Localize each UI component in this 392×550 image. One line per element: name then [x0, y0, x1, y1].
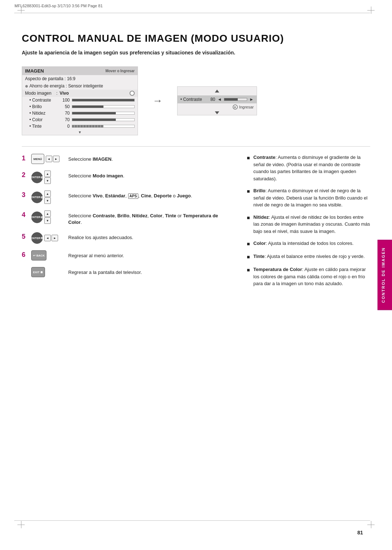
note-bullet-icon: ■	[247, 266, 251, 274]
step-button-group: ENTER⊕◄►	[31, 232, 64, 244]
note-text: Color: Ajusta la intensidad de todos los…	[253, 240, 354, 247]
menu-bar-fill	[72, 112, 116, 114]
nav-cluster: ◄►	[44, 235, 58, 241]
step-row: 4ENTER⊕▲▼Seleccione Contraste, Brillo, N…	[22, 210, 232, 226]
menu-title: IMAGEN	[25, 68, 44, 74]
step-row: 2ENTER⊕▲▼Seleccione Modo imagen.	[22, 171, 232, 184]
step-button-group: ENTER⊕▲▼	[31, 190, 64, 204]
step-button-group: ENTER⊕▲▼	[31, 171, 64, 184]
detail-box-bottom: ⊕ Ingresar	[177, 103, 257, 111]
nav-cluster: ◄►	[46, 156, 60, 162]
menu-aspect-row: Aspecto de pantalla : 16:9	[22, 75, 138, 82]
nav-right-btn[interactable]: ►	[52, 235, 58, 241]
enter-button[interactable]: ENTER⊕	[31, 232, 43, 244]
nav-down-btn[interactable]: ▼	[44, 177, 51, 184]
step-row: 6↩ BACKRegresar al menú anterior.	[22, 250, 232, 260]
detail-item-name: • Contraste	[180, 97, 206, 102]
step-number: 2	[22, 171, 27, 179]
menu-energy-row: ⊕ Ahorro de energía : Sensor inteligente	[22, 82, 138, 90]
menu-item-row: • Nitidez70	[22, 110, 138, 116]
nav-cluster: ▲▼	[44, 171, 51, 184]
note-item: ■Nitidez: Ajusta el nivel de nitidez de …	[247, 214, 370, 235]
detail-bar-fill	[224, 98, 238, 100]
step-row: EXIT ⏹Regresar a la pantalla del televis…	[22, 267, 232, 277]
nav-down-btn[interactable]: ▼	[44, 197, 51, 204]
detail-box-down	[177, 111, 257, 115]
detail-menu-box: • Contraste 80 ◄ ► ⊕ Ingresar	[177, 86, 257, 115]
menu-header: IMAGEN Mover o Ingresar	[22, 67, 138, 75]
step-number: 1	[22, 155, 27, 162]
note-text: Brillo: Aumenta o disminuye el nivel de …	[253, 187, 370, 209]
energy-icon: ⊕	[25, 84, 28, 88]
step-row: 1MENÚ◄►Seleccione IMAGEN.	[22, 154, 232, 164]
note-text: Temperatura de Color: Ajuste en cálido p…	[253, 266, 370, 287]
menu-item-name: • Color	[29, 117, 58, 122]
menu-nav-hint: Mover o Ingresar	[105, 69, 135, 73]
nav-cluster: ▲▼	[44, 210, 51, 224]
nav-up-btn[interactable]: ▲	[44, 171, 51, 177]
step-row: 3ENTER⊕▲▼Seleccione Vivo, Estándar, APS,…	[22, 190, 232, 204]
step-number: 6	[22, 251, 27, 259]
menu-item-value: 100	[61, 98, 70, 103]
menu-down-arrow: ▼	[22, 130, 138, 135]
nav-up-btn[interactable]: ▲	[44, 210, 51, 217]
nav-up-btn[interactable]: ▲	[44, 190, 51, 197]
step-button-group: ↩ BACK	[31, 250, 64, 260]
step-text: Seleccione Modo imagen.	[68, 171, 232, 179]
note-bullet-icon: ■	[247, 188, 251, 195]
menu-bar-container	[72, 118, 135, 121]
menu-item-row: • Color70	[22, 116, 138, 123]
menu-item-name: • Brillo	[29, 104, 58, 109]
page-title: CONTROL MANUAL DE IMAGEN (MODO USUARIO)	[22, 33, 370, 44]
bottom-divider	[15, 520, 370, 521]
step-text: Seleccione IMAGEN.	[68, 154, 232, 163]
enter-button[interactable]: ENTER⊕	[31, 192, 43, 203]
detail-left-arrow-icon: ◄	[217, 97, 222, 102]
nav-left-btn[interactable]: ◄	[44, 235, 51, 241]
note-item: ■Color: Ajusta la intensidad de todos lo…	[247, 240, 370, 248]
step-number: 4	[22, 211, 27, 219]
detail-ingresar-label: Ingresar	[239, 105, 254, 109]
enter-button[interactable]: ENTER⊕	[31, 212, 43, 223]
menu-bar-fill	[72, 106, 103, 108]
meta-line: MFL62883001-Edit3-sp 3/17/10 3:56 PM Pag…	[15, 4, 103, 8]
back-button[interactable]: ↩ BACK	[31, 250, 46, 260]
menu-item-value: 70	[61, 111, 70, 116]
mode-colon: :	[54, 91, 60, 96]
menu-item-row: • Tinte0	[22, 123, 138, 130]
menu-screenshot-section: IMAGEN Mover o Ingresar Aspecto de panta…	[22, 66, 370, 135]
step-text: Seleccione Contraste, Brillo, Nitidez, C…	[68, 210, 232, 226]
menu-item-value: 50	[61, 104, 70, 109]
menu-bar-container	[72, 105, 135, 108]
menu-bar-fill	[72, 99, 134, 101]
nav-left-btn[interactable]: ◄	[46, 156, 52, 162]
step-text: Realice los ajustes adecuados.	[68, 232, 232, 241]
menu-mode-row: Modo imagen : Vivo	[22, 90, 138, 97]
note-bullet-icon: ■	[247, 240, 251, 248]
detail-row: • Contraste 80 ◄ ►	[177, 95, 257, 103]
nav-down-btn[interactable]: ▼	[44, 217, 51, 224]
enter-button[interactable]: ENTER⊕	[31, 172, 43, 183]
exit-button[interactable]: EXIT ⏹	[31, 267, 45, 277]
nav-cluster: ▲▼	[44, 190, 51, 204]
crosshair-bl	[17, 521, 25, 528]
section-divider	[22, 146, 370, 147]
menu-items-container: • Contraste100• Brillo50• Nitidez70• Col…	[22, 97, 138, 130]
menu-item-name: • Tinte	[29, 124, 58, 129]
note-bullet-icon: ■	[247, 253, 251, 261]
menu-item-name: • Nitidez	[29, 111, 58, 116]
detail-item-value: 80	[208, 97, 215, 102]
mode-circle-icon	[130, 91, 135, 96]
nav-right-btn[interactable]: ►	[53, 156, 60, 162]
menu-button[interactable]: MENÚ	[31, 154, 44, 164]
note-bullet-icon: ■	[247, 154, 251, 162]
page-number: 81	[357, 530, 363, 535]
steps-and-notes: 1MENÚ◄►Seleccione IMAGEN.2ENTER⊕▲▼Selecc…	[22, 154, 370, 292]
arrow-right-icon: →	[152, 95, 163, 107]
note-bullet-icon: ■	[247, 214, 251, 222]
menu-item-row: • Contraste100	[22, 97, 138, 103]
detail-right-arrow-icon: ►	[249, 97, 254, 102]
page-subtitle: Ajuste la apariencia de la imagen según …	[22, 50, 370, 56]
steps-list: 1MENÚ◄►Seleccione IMAGEN.2ENTER⊕▲▼Selecc…	[22, 154, 232, 292]
step-button-group: MENÚ◄►	[31, 154, 64, 164]
